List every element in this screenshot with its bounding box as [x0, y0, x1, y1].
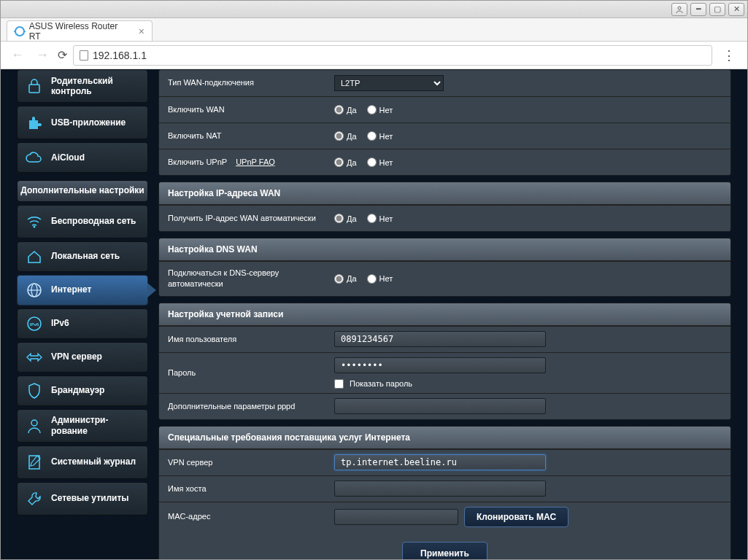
wan-auto-no[interactable]: Нет: [367, 214, 393, 223]
section-isp: Специальные требования поставщика услуг …: [159, 427, 730, 449]
pppd-input[interactable]: [334, 398, 546, 414]
svg-rect-9: [29, 456, 39, 469]
sidebar-item-label: VPN сервер: [51, 351, 102, 362]
sidebar-item-label: Системный журнал: [51, 456, 136, 467]
sidebar-item-aicloud[interactable]: AiCloud: [17, 142, 148, 173]
wifi-icon: [15, 26, 25, 36]
show-password-label: Показать пароль: [350, 379, 412, 388]
password-input[interactable]: [334, 357, 546, 373]
sidebar-item-label: Локальная сеть: [51, 251, 120, 261]
vpn-icon: [25, 348, 44, 367]
tab-strip: ASUS Wireless Router RT ×: [1, 18, 747, 42]
vpn-label: VPN сервер: [159, 451, 328, 474]
wrench-icon: [25, 489, 44, 508]
hostname-input[interactable]: [334, 481, 546, 497]
get-wan-auto-label: Получить IP-адрес WAN автоматически: [159, 207, 328, 230]
sidebar-item-label: AiCloud: [51, 152, 85, 163]
reload-button[interactable]: ⟳: [58, 48, 67, 62]
user-button[interactable]: [671, 3, 687, 16]
sidebar-item-label: Сетевые утилиты: [51, 493, 129, 503]
tab-close-icon[interactable]: ×: [139, 26, 144, 37]
upnp-faq-link[interactable]: UPnP FAQ: [236, 158, 275, 166]
ipv6-icon: IPv6: [25, 314, 44, 333]
dns-auto-yes[interactable]: Да: [334, 274, 357, 284]
dns-auto-label: Подключаться к DNS-серверу автоматически: [159, 262, 328, 296]
enable-upnp-yes[interactable]: Да: [334, 158, 357, 167]
pppd-label: Дополнительные параметры pppd: [159, 395, 328, 418]
enable-nat-yes[interactable]: Да: [334, 131, 357, 141]
sidebar-item-syslog[interactable]: Системный журнал: [17, 446, 148, 479]
sidebar-item-label: Брандмауэр: [51, 385, 104, 395]
section-dns: Настройка DNS WAN: [159, 238, 730, 261]
log-icon: [25, 453, 44, 472]
sidebar-item-label: USB-приложение: [51, 117, 126, 128]
username-input[interactable]: [334, 331, 546, 347]
svg-text:IPv6: IPv6: [30, 322, 39, 327]
home-icon: [25, 247, 44, 266]
address-bar: ← → ⟳ 192.168.1.1 ⋮: [1, 42, 747, 69]
sidebar-item-label: Интернет: [51, 284, 91, 295]
section-wan-ip: Настройка IP-адреса WAN: [159, 182, 730, 205]
sidebar-item-parental[interactable]: Родительский контроль: [17, 69, 148, 103]
enable-upnp-label: Включить UPnP UPnP FAQ: [159, 151, 328, 174]
enable-wan-label: Включить WAN: [159, 98, 328, 121]
back-button[interactable]: ←: [8, 47, 27, 63]
wifi-icon: [25, 212, 44, 231]
enable-nat-label: Включить NAT: [159, 125, 328, 147]
url-text: 192.168.1.1: [93, 50, 147, 61]
hostname-label: Имя хоста: [159, 478, 328, 500]
globe-icon: [25, 281, 44, 300]
svg-point-2: [34, 225, 36, 228]
sidebar-item-usb[interactable]: USB-приложение: [17, 106, 148, 139]
browser-tab[interactable]: ASUS Wireless Router RT ×: [7, 20, 153, 41]
sidebar-item-label: Беспроводная сеть: [51, 216, 136, 226]
sidebar-item-label: Администри-рование: [51, 415, 140, 436]
enable-wan-yes[interactable]: Да: [334, 105, 357, 114]
sidebar-item-vpn[interactable]: VPN сервер: [17, 342, 148, 373]
wan-auto-yes[interactable]: Да: [334, 214, 357, 223]
wan-type-select[interactable]: L2TP: [334, 75, 444, 91]
enable-upnp-no[interactable]: Нет: [367, 158, 393, 167]
cloud-icon: [25, 148, 44, 167]
forward-button[interactable]: →: [33, 47, 52, 63]
minimize-button[interactable]: ━: [690, 3, 706, 16]
shield-icon: [25, 381, 44, 400]
sidebar-item-admin[interactable]: Администри-рование: [17, 409, 148, 443]
password-label: Пароль: [159, 362, 328, 384]
maximize-button[interactable]: ▢: [709, 3, 725, 16]
puzzle-icon: [25, 113, 44, 132]
tab-title: ASUS Wireless Router RT: [29, 21, 130, 42]
clone-mac-button[interactable]: Клонировать MAC: [464, 507, 568, 527]
sidebar-item-nettools[interactable]: Сетевые утилиты: [17, 482, 148, 516]
sidebar-section-header: Дополнительные настройки: [17, 180, 148, 202]
wan-type-label: Тип WAN-подключения: [159, 71, 328, 94]
close-window-button[interactable]: ✕: [728, 3, 744, 16]
mac-input[interactable]: [334, 509, 458, 525]
sidebar-item-label: IPv6: [51, 318, 69, 328]
window-title-bar: ━ ▢ ✕: [1, 1, 747, 18]
svg-point-0: [678, 7, 681, 9]
username-label: Имя пользователя: [159, 328, 328, 351]
sidebar-item-ipv6[interactable]: IPv6 IPv6: [17, 308, 148, 339]
page-icon: [80, 50, 88, 61]
sidebar-item-firewall[interactable]: Брандмауэр: [17, 376, 148, 406]
url-input[interactable]: 192.168.1.1: [73, 45, 712, 66]
user-icon: [25, 416, 44, 435]
sidebar-item-wireless[interactable]: Беспроводная сеть: [17, 205, 148, 238]
lock-icon: [25, 77, 44, 96]
sidebar-item-label: Родительский контроль: [51, 76, 140, 97]
enable-nat-no[interactable]: Нет: [367, 131, 393, 141]
section-account: Настройка учетной записи: [159, 303, 730, 326]
mac-label: MAC-адрес: [159, 505, 328, 528]
enable-wan-no[interactable]: Нет: [367, 105, 393, 114]
sidebar-item-lan[interactable]: Локальная сеть: [17, 241, 148, 272]
svg-point-8: [31, 420, 37, 426]
browser-menu-button[interactable]: ⋮: [718, 47, 740, 63]
apply-button[interactable]: Применить: [402, 542, 487, 559]
dns-auto-no[interactable]: Нет: [367, 274, 393, 284]
sidebar-item-internet[interactable]: Интернет: [17, 275, 148, 306]
svg-rect-1: [29, 85, 39, 93]
vpn-server-input[interactable]: [334, 454, 546, 470]
show-password-checkbox[interactable]: [334, 379, 344, 389]
